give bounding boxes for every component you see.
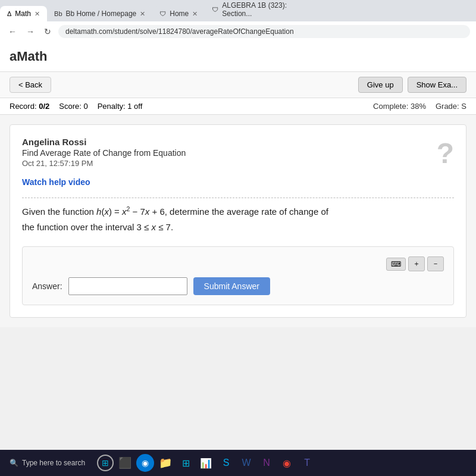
main-content: ? Angelina Rossi Find Average Rate of Ch… [0,115,476,327]
chrome-icon: ◉ [283,458,291,469]
taskbar-windows-btn[interactable]: ⊞ [97,455,114,471]
problem-text: Given the function h(x) = x2 − 7x + 6, d… [22,204,454,234]
tab-icon-home: 🛡 [159,10,166,17]
problem-date: Oct 21, 12:57:19 PM [22,159,454,168]
tab-label-home: Home [170,10,189,18]
submit-answer-button[interactable]: Submit Answer [193,277,270,295]
taskbar-task-view-btn[interactable]: ⬛ [116,454,134,472]
teams-icon: T [304,458,310,468]
answer-label: Answer: [32,281,62,291]
toolbar-right: Give up Show Exa... [358,77,466,93]
show-example-button[interactable]: Show Exa... [408,77,466,93]
grade-value: S [461,102,466,111]
taskbar: 🔍 Type here to search ⊞ ⬛ ◉ 📁 ⊞ 📊 S W N … [0,450,476,476]
help-icon[interactable]: ? [437,137,454,170]
address-bar: ← → ↻ [0,21,476,42]
taskbar-chrome-btn[interactable]: ◉ [278,454,296,472]
files-icon: 📁 [159,456,172,469]
tab-icon-deltamath: Δ [7,10,11,17]
complete-label: Complete: 38% [373,102,426,111]
answer-area: ⌨ ＋ － Answer: Submit Answer [22,246,454,305]
app-header: aMath [0,42,476,72]
plus-tool-button[interactable]: ＋ [408,256,425,271]
problem-meta: Angelina Rossi Find Average Rate of Chan… [22,137,454,168]
penalty-value: 1 off [127,102,142,111]
minus-tool-button[interactable]: － [427,256,444,271]
search-icon: 🔍 [10,459,18,467]
back-button[interactable]: < Back [10,77,51,93]
keyboard-tool-button[interactable]: ⌨ [386,258,406,271]
taskbar-edge-btn[interactable]: ◉ [136,454,154,472]
give-up-button[interactable]: Give up [358,77,403,93]
onenote-icon: N [263,458,270,468]
tab-deltamath[interactable]: Δ Math ✕ [0,6,47,21]
complete-value: 38% [411,102,426,111]
tab-close-home[interactable]: ✕ [192,10,198,18]
taskbar-search[interactable]: 🔍 Type here to search [5,459,90,467]
tab-home[interactable]: 🛡 Home ✕ [152,6,205,21]
taskbar-store-btn[interactable]: ⊞ [177,454,195,472]
word-icon: W [242,458,251,468]
problem-card: ? Angelina Rossi Find Average Rate of Ch… [10,124,466,318]
record-left: Record: 0/2 Score: 0 Penalty: 1 off [10,102,142,111]
tab-label-bb: Bb Home / Homepage [66,10,137,18]
record-label: Record: 0/2 [10,102,49,111]
penalty-label: Penalty: 1 off [98,102,143,111]
taskbar-search-label: Type here to search [22,459,85,467]
excel-icon: 📊 [200,458,212,469]
answer-input[interactable] [68,277,187,295]
taskbar-teams-btn[interactable]: T [298,454,316,472]
tab-icon-bb: Bb [54,10,62,17]
tab-algebra[interactable]: 🛡 ALGEBRA 1B (323): Section... [205,0,312,21]
problem-text-part1: Given the function h(x) = x2 − 7x + 6, d… [22,206,328,217]
problem-title-text: Find Average Rate of Change from Equatio… [22,148,454,158]
refresh-btn[interactable]: ↻ [42,26,54,37]
app-title: aMath [10,49,48,64]
tab-icon-algebra: 🛡 [212,6,218,13]
problem-text-part2: the function over the interval 3 ≤ x ≤ 7… [22,222,173,232]
watch-help-video-link[interactable]: Watch help video [22,177,90,187]
student-name: Angelina Rossi [22,137,454,147]
taskbar-files-btn[interactable]: 📁 [156,454,174,472]
help-divider [22,198,454,198]
edge-icon: ◉ [142,458,149,468]
score-label: Score: 0 [59,102,87,111]
tab-label-algebra: ALGEBRA 1B (323): Section... [222,1,305,18]
windows-icon: ⊞ [102,458,109,468]
taskbar-skype-btn[interactable]: S [217,454,235,472]
grade-label: Grade: S [436,102,466,111]
taskbar-onenote-btn[interactable]: N [258,454,275,472]
answer-row: Answer: Submit Answer [32,277,444,295]
task-view-icon: ⬛ [118,456,131,469]
tab-close-deltamath[interactable]: ✕ [35,10,40,18]
tab-close-bb[interactable]: ✕ [140,10,145,18]
record-bar: Record: 0/2 Score: 0 Penalty: 1 off Comp… [0,98,476,115]
problem-toolbar: < Back Give up Show Exa... [0,72,476,98]
tab-label-deltamath: Math [15,10,31,18]
score-value: 0 [83,102,87,111]
skype-icon: S [223,458,230,468]
store-icon: ⊞ [182,458,190,469]
tab-bar: Δ Math ✕ Bb Bb Home / Homepage ✕ 🛡 Home … [0,0,476,21]
taskbar-word-btn[interactable]: W [237,454,255,472]
tab-bb[interactable]: Bb Bb Home / Homepage ✕ [47,6,152,21]
browser-chrome: Δ Math ✕ Bb Bb Home / Homepage ✕ 🛡 Home … [0,0,476,42]
address-input[interactable] [58,25,470,38]
record-value: 0/2 [39,102,49,111]
back-nav-btn[interactable]: ← [6,26,19,37]
forward-nav-btn[interactable]: → [24,26,37,37]
record-right: Complete: 38% Grade: S [373,102,466,111]
answer-toolbar: ⌨ ＋ － [32,256,444,271]
taskbar-excel-btn[interactable]: 📊 [197,454,215,472]
